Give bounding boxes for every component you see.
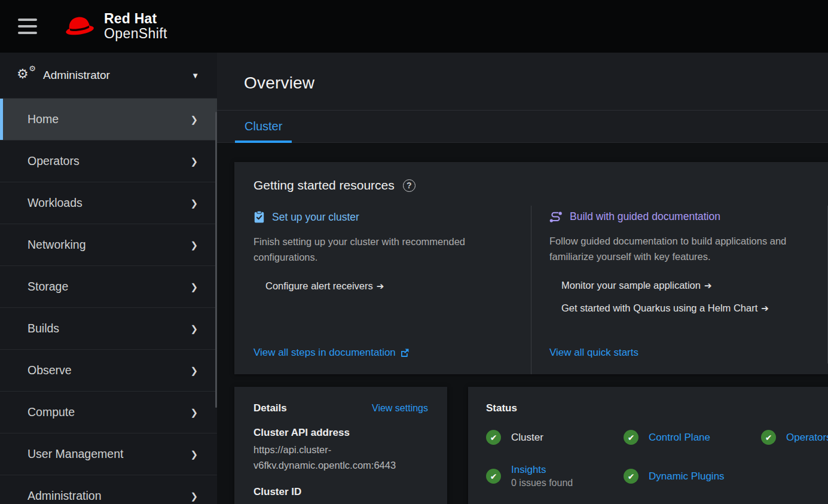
sidebar-item-compute[interactable]: Compute ❯: [0, 392, 217, 433]
check-circle-icon: ✔: [624, 469, 638, 484]
check-circle-icon: ✔: [624, 430, 638, 445]
quarkus-helm-chart-link[interactable]: Get started with Quarkus using a Helm Ch…: [549, 303, 809, 314]
page-header: Overview: [217, 53, 828, 111]
help-icon[interactable]: ?: [403, 179, 415, 192]
perspective-label: Administrator: [43, 69, 110, 82]
status-operators: ✔ Operators: [761, 430, 828, 445]
red-hat-fedora-icon: [62, 14, 97, 39]
main-content: Overview Cluster Getting started resourc…: [217, 53, 828, 504]
arrow-right-icon: ➔: [377, 281, 384, 291]
overview-content: Getting started resources ? Set up your …: [217, 143, 828, 504]
guided-documentation-title[interactable]: Build with guided documentation: [570, 210, 720, 223]
sidebar-scrollbar[interactable]: [215, 112, 217, 408]
perspective-switcher[interactable]: ⚙⚙ Administrator ▼: [0, 53, 217, 99]
status-cluster: ✔ Cluster: [486, 430, 624, 445]
status-insights: ✔ Insights 0 issues found: [486, 464, 624, 488]
chevron-right-icon: ❯: [190, 323, 198, 334]
brand-product: OpenShift: [104, 26, 167, 41]
tasks-icon: [253, 210, 265, 224]
view-settings-link[interactable]: View settings: [372, 403, 428, 414]
sidebar-nav: ⚙⚙ Administrator ▼ Home ❯ Operators ❯ Wo…: [0, 53, 217, 504]
view-all-steps-link[interactable]: View all steps in documentation: [253, 347, 513, 359]
details-title: Details: [253, 402, 287, 414]
cluster-api-address-field: Cluster API address https://api.cluster-…: [253, 427, 428, 474]
route-icon: [549, 211, 563, 223]
chevron-right-icon: ❯: [190, 240, 198, 251]
masthead: Red Hat OpenShift: [0, 0, 828, 53]
external-link-icon: [401, 349, 409, 357]
gears-icon: ⚙⚙: [18, 68, 35, 83]
sidebar-item-networking[interactable]: Networking ❯: [0, 224, 217, 266]
brand-name: Red Hat: [104, 11, 167, 26]
setup-cluster-column: Set up your cluster Finish setting up yo…: [234, 206, 531, 374]
page-title: Overview: [244, 74, 314, 93]
status-title: Status: [486, 402, 517, 414]
tab-bar: Cluster: [217, 111, 828, 143]
tab-cluster[interactable]: Cluster: [235, 111, 292, 142]
chevron-right-icon: ❯: [190, 407, 198, 418]
sidebar-item-builds[interactable]: Builds ❯: [0, 308, 217, 350]
status-card: Status V ✔ Cluster ✔ Control Plane: [468, 387, 828, 504]
configure-alert-receivers-link[interactable]: Configure alert receivers➔: [253, 280, 513, 292]
sidebar-item-operators[interactable]: Operators ❯: [0, 140, 217, 182]
getting-started-card: Getting started resources ? Set up your …: [234, 162, 828, 374]
chevron-right-icon: ❯: [190, 198, 198, 209]
check-circle-icon: ✔: [761, 430, 776, 445]
arrow-right-icon: ➔: [761, 303, 769, 313]
setup-cluster-description: Finish setting up your cluster with reco…: [253, 234, 511, 265]
hamburger-menu-icon[interactable]: [14, 16, 41, 36]
monitor-sample-application-link[interactable]: Monitor your sample application➔: [549, 280, 809, 291]
sidebar-item-administration[interactable]: Administration ❯: [0, 475, 217, 504]
details-card: Details View settings Cluster API addres…: [234, 387, 447, 504]
sidebar-item-workloads[interactable]: Workloads ❯: [0, 182, 217, 224]
sidebar-item-home[interactable]: Home ❯: [0, 99, 217, 140]
chevron-right-icon: ❯: [190, 491, 198, 502]
check-circle-icon: ✔: [486, 469, 501, 484]
chevron-right-icon: ❯: [190, 449, 198, 460]
insights-issues-count: 0 issues found: [511, 478, 573, 488]
chevron-right-icon: ❯: [190, 114, 198, 125]
chevron-right-icon: ❯: [190, 365, 198, 376]
setup-cluster-title[interactable]: Set up your cluster: [272, 211, 359, 224]
getting-started-title: Getting started resources: [253, 178, 395, 193]
sidebar-item-observe[interactable]: Observe ❯: [0, 350, 217, 392]
cluster-api-address-value: https://api.cluster-v6fkv.dynamic.opentl…: [253, 442, 428, 474]
brand-logo: Red Hat OpenShift: [62, 11, 167, 41]
view-all-quick-starts-link[interactable]: View all quick starts: [549, 347, 809, 359]
sidebar-item-storage[interactable]: Storage ❯: [0, 266, 217, 308]
nav-list: Home ❯ Operators ❯ Workloads ❯ Networkin…: [0, 99, 217, 504]
guided-documentation-description: Follow guided documentation to build app…: [549, 234, 806, 264]
check-circle-icon: ✔: [486, 430, 501, 445]
cluster-id-field: Cluster ID: [253, 486, 428, 498]
chevron-right-icon: ❯: [190, 282, 198, 292]
status-control-plane: ✔ Control Plane: [624, 430, 761, 445]
caret-down-icon: ▼: [191, 71, 199, 80]
arrow-right-icon: ➔: [704, 280, 712, 291]
guided-documentation-column: Build with guided documentation Follow g…: [531, 206, 827, 374]
sidebar-item-user-management[interactable]: User Management ❯: [0, 433, 217, 475]
chevron-right-icon: ❯: [190, 156, 198, 167]
status-dynamic-plugins: ✔ Dynamic Plugins: [624, 464, 761, 488]
